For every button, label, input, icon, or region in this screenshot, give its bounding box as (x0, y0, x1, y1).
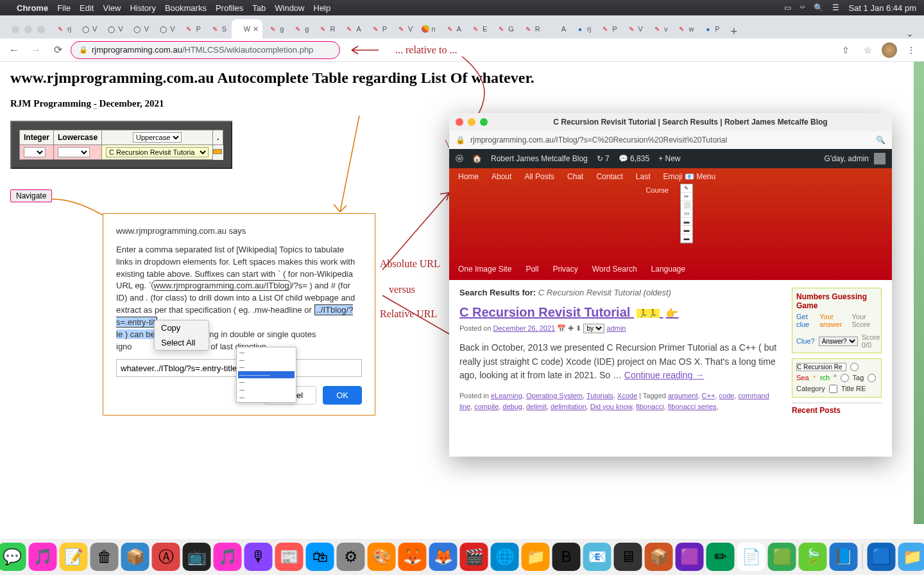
dock-app[interactable]: 🗑 (90, 543, 119, 571)
battery-icon[interactable]: ▭ (784, 3, 791, 12)
tool-icon[interactable]: ⬜ (681, 201, 692, 209)
nav-home[interactable]: Home (458, 172, 479, 181)
ac-item[interactable]: — (238, 378, 295, 386)
ac-item-selected[interactable]: —————— (238, 371, 295, 379)
browser-tab[interactable]: ✎rj (51, 19, 75, 39)
nav-privacy[interactable]: Privacy (552, 265, 578, 274)
browser-tab[interactable]: n (418, 19, 439, 39)
browser-tab[interactable]: A (545, 19, 570, 39)
win2-address-bar[interactable]: 🔒 rjmprogramming.com.au/ITblog/?s=C%20Re… (449, 131, 892, 149)
browser-tab[interactable]: ✎E (466, 19, 491, 39)
nav-oneimg[interactable]: One Image Site (458, 265, 511, 274)
nav-last[interactable]: Last (636, 172, 651, 181)
taxonomy-link[interactable]: Xcode (617, 392, 637, 399)
app-name[interactable]: Chrome (17, 3, 48, 13)
taxonomy-link[interactable]: C++ (702, 392, 715, 399)
dock-app[interactable]: 🎵 (214, 543, 242, 571)
dock-app[interactable]: 🖥 (614, 543, 642, 571)
search-icon[interactable]: 🔍 (876, 136, 886, 144)
search-radio-1[interactable] (850, 363, 859, 371)
dock-app[interactable]: Ⓐ (152, 543, 180, 571)
dock-app[interactable]: 📘 (830, 543, 858, 571)
browser-tab[interactable]: ✎v (648, 19, 672, 39)
get-clue-label[interactable]: Get clue (796, 313, 816, 328)
dock-app[interactable]: 📦 (645, 543, 673, 571)
menu-tab[interactable]: Tab (252, 3, 266, 13)
menu-bookmarks[interactable]: Bookmarks (165, 3, 207, 13)
browser-tab[interactable]: ✎P (180, 19, 204, 39)
wp-greeting[interactable]: G'day, admin (825, 154, 869, 163)
dock-app[interactable]: 🦊 (398, 543, 427, 571)
nav-contact[interactable]: Contact (596, 172, 622, 181)
dock-app[interactable]: 🎵 (29, 543, 57, 571)
taxonomy-link[interactable]: code (719, 392, 735, 399)
integer-select[interactable] (24, 147, 46, 157)
nav-allposts[interactable]: All Posts (524, 172, 554, 181)
dock-app[interactable]: 🎬 (460, 543, 488, 571)
browser-tab[interactable]: ✎V (392, 19, 416, 39)
chrome-menu-icon[interactable]: ⋮ (903, 45, 919, 55)
taxonomy-link[interactable]: argument (668, 392, 697, 399)
search-radio-2[interactable] (841, 374, 849, 382)
taxonomy-link[interactable]: eLearning (491, 392, 522, 399)
lowercase-select[interactable] (58, 147, 90, 157)
menu-help[interactable]: Help (314, 3, 331, 13)
browser-tab[interactable]: ◯V (102, 19, 126, 39)
dock-app[interactable]: ✏ (706, 543, 735, 571)
menu-window[interactable]: Window (275, 3, 304, 13)
new-tab-button[interactable]: + (725, 25, 743, 39)
wp-new[interactable]: + New (658, 154, 680, 163)
go-cell[interactable] (213, 149, 222, 154)
back-button[interactable]: ← (5, 41, 23, 59)
browser-tab[interactable]: ✎w (672, 19, 697, 39)
taxonomy-link[interactable]: fibonacci series (668, 403, 717, 410)
tab-dropdown-icon[interactable]: ⌄ (900, 28, 920, 39)
browser-tab[interactable]: ✎g (289, 19, 312, 39)
continue-reading-link[interactable]: Continue reading → (624, 370, 705, 380)
dock-app[interactable]: 📝 (60, 543, 88, 571)
post-title[interactable]: C Recursion Revisit Tutorial 🏃🏃 👉 (459, 305, 783, 320)
nav-language[interactable]: Language (651, 265, 685, 274)
window-close-dot[interactable] (12, 26, 19, 33)
sidebar-search-input[interactable] (796, 363, 846, 371)
uppercase-select[interactable]: Uppercase (133, 132, 182, 143)
dock-app[interactable]: 📁 (522, 543, 550, 571)
bookmark-icon[interactable]: ☆ (860, 45, 875, 55)
browser-tab[interactable]: ✎R (519, 19, 544, 39)
menu-history[interactable]: History (130, 3, 155, 13)
dock-app[interactable]: 📦 (121, 543, 150, 571)
wp-avatar[interactable] (874, 153, 886, 164)
dock-app[interactable]: 🎨 (368, 543, 396, 571)
control-center-icon[interactable]: ☰ (832, 3, 839, 12)
dock-app[interactable]: 📁 (898, 543, 925, 571)
navigate-button[interactable]: Navigate (10, 189, 52, 202)
taxonomy-link[interactable]: Did you know (590, 403, 632, 410)
browser-tab[interactable]: ✎P (596, 19, 620, 39)
taxonomy-link[interactable]: delimit (526, 403, 547, 410)
tool-icon[interactable]: ▭ (681, 209, 692, 218)
nav-chat[interactable]: Chat (567, 172, 583, 181)
browser-tab[interactable]: ●rj (571, 19, 595, 39)
taxonomy-link[interactable]: Operating System (526, 392, 583, 399)
dock-app[interactable]: 🛍 (306, 543, 334, 571)
spotlight-icon[interactable]: 🔍 (814, 3, 823, 12)
dock-app[interactable]: 🟪 (676, 543, 704, 571)
win2-close-dot[interactable] (456, 118, 463, 126)
nav-wordsearch[interactable]: Word Search (592, 265, 637, 274)
browser-tab[interactable]: ✎A (340, 19, 364, 39)
dock-app[interactable]: 🍃 (799, 543, 827, 571)
tool-icon[interactable]: ✂ (681, 193, 692, 201)
dock-app[interactable]: 📄 (737, 543, 766, 571)
ctx-select-all[interactable]: Select All (155, 335, 209, 350)
nav-emoji[interactable]: Emoji 📧 Menu (663, 172, 715, 181)
answer-select[interactable]: Answer? (819, 337, 858, 346)
browser-tab[interactable]: ✎g (264, 19, 287, 39)
wp-comments[interactable]: 💬 6,835 (619, 154, 649, 163)
dock-app[interactable]: 🦊 (429, 543, 458, 571)
nav-about[interactable]: About (492, 172, 511, 181)
ac-item[interactable]: — (238, 386, 295, 394)
dock-app[interactable]: 🌐 (491, 543, 519, 571)
taxonomy-link[interactable]: compile (474, 403, 499, 410)
ac-item[interactable]: — (238, 394, 295, 401)
menu-edit[interactable]: Edit (80, 3, 94, 13)
